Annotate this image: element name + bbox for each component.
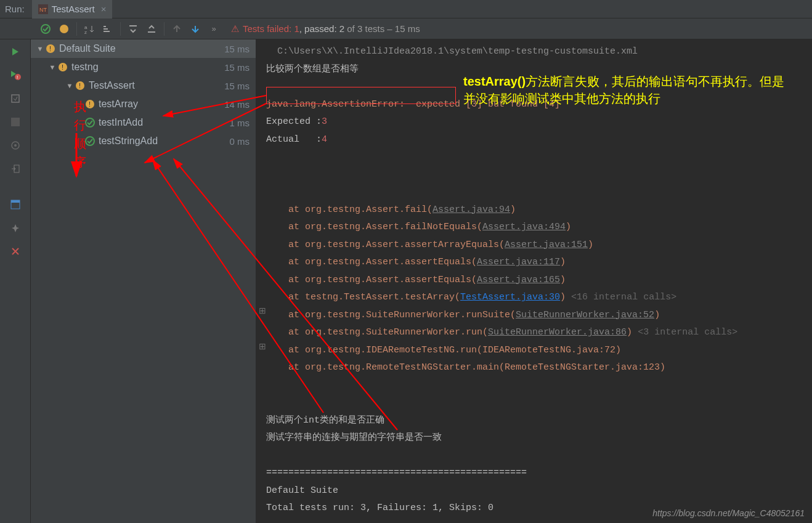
testng-icon: NT [38,4,48,14]
tree-time: 15 ms [224,44,250,54]
expand-all-button[interactable] [124,20,142,38]
tree-testassert[interactable]: ▼ ! TestAssert 15 ms [31,76,256,95]
expand-icon[interactable]: ⊞ [259,341,266,351]
tree-time: 15 ms [224,62,250,73]
tab-title: TestAssert [52,4,95,14]
stack-link[interactable]: TestAssert.java:30 [460,292,560,302]
svg-text:!: ! [79,82,81,89]
separator [164,22,164,36]
svg-point-3 [60,25,68,33]
svg-text:NT: NT [39,7,47,13]
run-label: Run: [5,4,25,14]
failed-count: 1 [294,23,299,34]
prev-failed-button[interactable] [168,20,185,38]
sort-alpha-button[interactable]: az [81,20,98,38]
tab-test-assert[interactable]: NT TestAssert × [32,0,113,18]
execution-order-label: 执 行 顺 序 [74,97,86,171]
pass-icon [85,136,95,146]
svg-text:z: z [84,30,87,34]
rerun-button[interactable] [7,43,24,60]
main-area: ! ▼ ! Default Suite 15 ms ▼ ! testng 15 … [0,39,812,523]
svg-rect-19 [11,200,20,203]
svg-rect-6 [104,26,106,27]
show-passed-button[interactable] [37,20,54,38]
tree-testng[interactable]: ▼ ! testng 15 ms [31,58,256,76]
tree-time: 0 ms [229,136,250,147]
chevron-down-icon[interactable]: ▼ [65,82,74,89]
passed-count: 2 [339,23,344,34]
test-status: ⚠ Tests failed: 1, passed: 2 of 3 tests … [231,23,420,34]
tree-label: testng [71,62,224,73]
passed-label: , passed: [299,23,339,34]
top-bar: Run: NT TestAssert × [0,0,812,18]
exit-button[interactable] [7,160,24,177]
close-icon[interactable]: × [101,4,107,14]
toolbar: az » ⚠ Tests failed: 1, passed: 2 of 3 t… [0,18,812,39]
svg-point-16 [14,144,17,147]
tree-label: TestAssert [89,80,224,91]
separator [120,22,121,36]
left-gutter: ! [0,39,31,523]
console-output[interactable]: C:\Users\X\.IntelliJIdea2018.1\system\te… [256,39,812,523]
stack-link[interactable]: SuiteRunnerWorker.java:86 [488,327,627,338]
tree-test-1[interactable]: testIntAdd 1 ms [31,113,256,132]
svg-text:!: ! [49,45,51,52]
tree-root[interactable]: ▼ ! Default Suite 15 ms [31,39,256,58]
svg-point-28 [86,118,94,127]
stack-link[interactable]: Assert.java:494 [482,222,566,232]
svg-point-29 [86,137,94,145]
show-ignored-button[interactable] [55,20,73,38]
tree-time: 15 ms [224,81,250,91]
tree-label: testArray [99,99,224,110]
svg-rect-9 [129,25,137,26]
svg-rect-8 [104,31,110,32]
stack-link[interactable]: Assert.java:94 [432,205,510,215]
expand-icon[interactable]: ⊞ [259,306,266,315]
layout-button[interactable] [7,196,24,213]
chevron-down-icon[interactable]: ▼ [36,45,44,52]
tree-label: testIntAdd [99,117,229,128]
rerun-failed-button[interactable]: ! [7,67,24,84]
of-label: of 3 tests [344,23,384,34]
pin-button[interactable] [7,219,24,237]
toggle-auto-button[interactable] [7,90,24,107]
svg-rect-7 [104,28,108,30]
stack-link[interactable]: Assert.java:117 [477,257,560,267]
tree-label: Default Suite [59,43,224,54]
stack-link[interactable]: SuiteRunnerWorker.java:52 [516,310,654,320]
tree-time: 14 ms [224,99,250,110]
warning-icon: ! [75,81,85,91]
svg-rect-13 [12,95,19,102]
watermark: https://blog.csdn.net/Magic_C48052161 [652,508,805,518]
svg-point-2 [41,25,50,33]
svg-rect-10 [148,31,155,33]
warning-icon: ! [58,62,68,72]
stack-link[interactable]: Assert.java:151 [505,240,588,250]
svg-text:!: ! [62,63,63,71]
sort-duration-button[interactable] [99,20,116,38]
separator [76,22,77,36]
stop-button[interactable] [7,113,24,131]
svg-text:!: ! [89,100,91,108]
more-button[interactable]: » [205,20,222,38]
failed-label: Tests failed: [243,23,294,34]
svg-text:!: ! [17,75,18,80]
tree-label: testStringAdd [99,136,229,147]
collapse-all-button[interactable] [143,20,160,38]
chevron-down-icon[interactable]: ▼ [48,63,57,71]
tree-time: 1 ms [229,118,250,128]
close-panel-button[interactable] [7,243,24,260]
fail-icon: ! [85,99,95,109]
warning-icon: ⚠ [231,23,239,34]
time-label: – 15 ms [384,23,420,34]
tree-test-0[interactable]: ! testArray 14 ms [31,95,256,113]
next-failed-button[interactable] [187,20,204,38]
pass-icon [85,118,95,128]
stack-link[interactable]: Assert.java:165 [477,275,560,285]
tree-test-2[interactable]: testStringAdd 0 ms [31,132,256,150]
warning-icon: ! [46,44,55,54]
annotation-text: testArray()方法断言失败，其后的输出语句不再执行。但是并没有影响测试类… [463,73,796,107]
svg-rect-14 [11,118,20,126]
test-tree: ▼ ! Default Suite 15 ms ▼ ! testng 15 ms… [31,39,256,523]
dump-button[interactable] [7,137,24,154]
